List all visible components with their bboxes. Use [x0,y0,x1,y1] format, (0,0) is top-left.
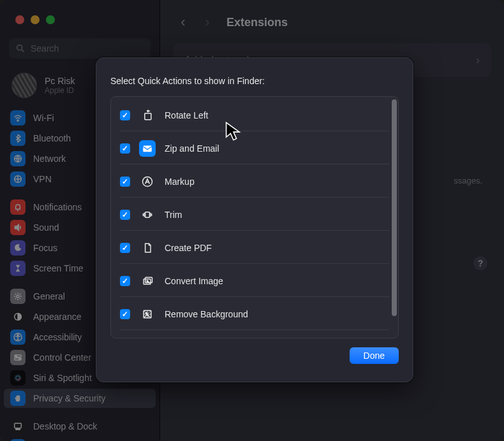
switches-icon [10,350,26,365]
checkbox[interactable]: ✓ [120,243,130,253]
search-input[interactable]: Search [9,38,151,59]
svg-rect-20 [143,145,152,152]
sidebar-item-label: Wi-Fi [33,113,54,123]
wifi-icon [10,110,26,126]
siri-icon [10,370,26,386]
sidebar-item-label: Accessibility [33,332,82,342]
sidebar-item-label: Privacy & Security [33,393,106,403]
forward-button[interactable]: › [201,14,214,31]
bell-icon [10,199,26,215]
accessibility-icon [10,329,26,345]
user-subtitle: Apple ID [45,86,75,95]
sidebar-item-displays[interactable]: Displays [4,437,156,441]
sidebar-item-label: Screen Time [33,263,84,273]
svg-point-8 [17,335,19,336]
quick-action-label: Create PDF [165,243,212,253]
svg-rect-16 [15,423,22,428]
svg-rect-19 [145,113,151,119]
quick-actions-list-box: ✓Rotate Left✓Zip and Email✓Markup✓Trim✓C… [110,96,399,338]
quick-actions-modal: Select Quick Actions to show in Finder: … [96,57,413,382]
bluetooth-icon [10,131,26,146]
main-header: ‹ › Extensions [160,0,504,37]
quick-action-row: ✓Markup [120,164,389,198]
close-window-icon[interactable] [15,15,24,24]
svg-line-1 [22,50,24,52]
checkbox[interactable]: ✓ [120,210,130,220]
back-button[interactable]: ‹ [177,14,189,31]
vpn-icon [10,171,26,187]
sidebar-item-label: Control Center [33,352,91,363]
gear-icon [10,289,26,304]
sidebar-item-label: Sound [33,222,59,233]
sidebar-item-label: Focus [33,243,57,253]
quick-action-label: Remove Background [165,309,248,319]
moon-icon [10,240,26,256]
zoom-window-icon[interactable] [46,15,55,24]
quick-action-label: Rotate Left [165,110,209,120]
sidebar-item-label: General [33,291,65,301]
quick-action-row: ✓Create PDF [120,231,389,264]
done-button[interactable]: Done [350,347,399,364]
checkbox[interactable]: ✓ [120,110,130,120]
sidebar-item-label: VPN [33,174,52,184]
sidebar-item-desktop-dock[interactable]: Desktop & Dock [4,417,156,436]
markup-icon [139,173,156,190]
sidebar-item-label: Appearance [33,312,82,322]
quick-action-label: Trim [165,210,182,220]
rotate-icon [139,107,156,124]
checkbox[interactable]: ✓ [120,276,130,286]
sidebar-item-label: Network [33,154,66,164]
svg-point-13 [14,374,22,382]
truncated-text: ssages, [454,176,482,185]
quick-action-row: ✓Remove Background [120,297,389,330]
traffic-lights [15,15,55,24]
checkbox[interactable]: ✓ [120,309,130,319]
search-icon [15,43,26,54]
scrollbar-thumb[interactable] [392,99,397,316]
svg-rect-22 [145,212,150,217]
checkbox[interactable]: ✓ [120,177,130,187]
hand-icon [10,391,26,406]
sidebar-item-label: Bluetooth [33,133,71,143]
svg-point-27 [145,312,147,314]
quick-action-row: ✓Shazam It [120,330,389,338]
system-settings-window: Search Pc Risk Apple ID Wi-FiBluetoothNe… [0,0,504,441]
user-name: Pc Risk [45,76,75,86]
svg-point-5 [17,295,19,298]
quick-action-label: Convert Image [165,276,223,286]
pdf-icon [139,240,156,256]
svg-point-12 [19,358,20,359]
sidebar-item-label: Desktop & Dock [33,421,97,431]
speaker-icon [10,220,26,235]
dock-icon [10,419,26,434]
sidebar-item-privacy-security[interactable]: Privacy & Security [4,389,156,408]
quick-action-row: ✓Zip and Email [120,131,389,164]
trim-icon [139,206,156,223]
quick-action-row: ✓Rotate Left [120,98,389,131]
quick-action-label: Zip and Email [165,143,219,154]
sidebar-item-label: Siri & Spotlight [33,373,92,383]
svg-point-11 [15,356,17,357]
svg-point-0 [17,45,22,50]
quick-action-row: ✓Convert Image [120,264,389,297]
avatar [11,73,37,98]
convert-icon [139,273,156,289]
quick-action-row: ✓Trim [120,198,389,231]
modal-footer: Done [96,338,413,373]
help-button[interactable]: ? [473,256,487,270]
removebg-icon [139,306,156,322]
quick-actions-list: ✓Rotate Left✓Zip and Email✓Markup✓Trim✓C… [111,97,398,338]
chevron-right-icon: › [476,54,480,67]
svg-rect-17 [16,429,20,430]
svg-point-2 [17,120,19,121]
page-title: Extensions [226,16,288,29]
search-placeholder: Search [31,43,59,54]
mail-icon [139,140,156,157]
hourglass-icon [10,261,26,276]
network-icon [10,151,26,166]
sidebar-item-label: Notifications [33,202,82,212]
modal-title: Select Quick Actions to show in Finder: [96,58,413,96]
minimize-window-icon[interactable] [31,15,40,24]
quick-action-label: Markup [165,177,195,187]
checkbox[interactable]: ✓ [120,143,130,154]
